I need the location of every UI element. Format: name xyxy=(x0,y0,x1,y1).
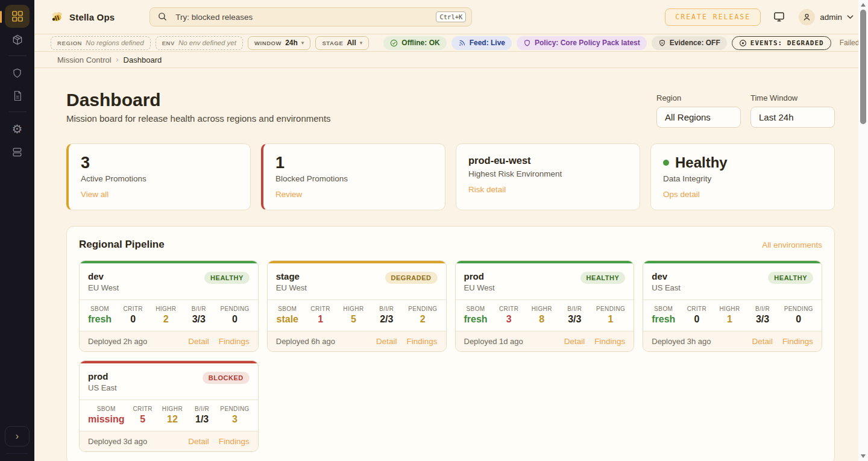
app-area: Stella Ops Ctrl+K CREATE RELEASE xyxy=(34,0,868,461)
findings-link[interactable]: Findings xyxy=(406,337,437,346)
global-search: Ctrl+K xyxy=(149,7,472,27)
detail-link[interactable]: Detail xyxy=(376,337,397,346)
user-name: admin xyxy=(820,13,842,22)
regional-pipeline-panel: Regional Pipeline All environments dev E… xyxy=(66,226,835,461)
sidebar-bottom-divider xyxy=(6,453,28,454)
time-window-select-label: Time Window xyxy=(750,93,835,102)
review-link[interactable]: Review xyxy=(275,189,302,200)
metric-value: 2 xyxy=(420,314,426,325)
stage-filter-chip[interactable]: STAGE All ▾ xyxy=(315,36,369,50)
status-badge: HEALTHY xyxy=(768,272,813,284)
context-bar: REGION No regions defined ENV No env def… xyxy=(34,34,868,52)
user-menu[interactable]: admin xyxy=(799,9,854,25)
scroll-down-arrow[interactable] xyxy=(861,454,866,458)
breadcrumb-parent[interactable]: Mission Control xyxy=(57,55,112,64)
stat-value: 3 xyxy=(81,154,238,172)
console-button[interactable] xyxy=(773,11,785,23)
findings-link[interactable]: Findings xyxy=(594,337,625,346)
breadcrumb-current: Dashboard xyxy=(124,55,162,64)
pipeline-card-prod-us-east: prod US East BLOCKED SBOMmissing CRITR5 … xyxy=(79,360,259,452)
metric-value: 0 xyxy=(694,314,699,325)
env-region: EU West xyxy=(276,283,307,293)
detail-link[interactable]: Detail xyxy=(188,337,209,346)
scroll-up-arrow[interactable] xyxy=(861,3,866,7)
check-circle-icon xyxy=(390,39,398,47)
detail-link[interactable]: Detail xyxy=(188,437,209,446)
brand[interactable]: Stella Ops xyxy=(51,11,115,23)
metric-value: 1 xyxy=(318,314,323,325)
env-name: stage xyxy=(276,271,307,282)
window-filter-chip[interactable]: WINDOW 24h ▾ xyxy=(248,36,311,50)
all-environments-link[interactable]: All environments xyxy=(762,240,822,249)
findings-link[interactable]: Findings xyxy=(219,337,250,346)
metric-value: missing xyxy=(88,414,124,425)
env-name: prod xyxy=(88,371,117,382)
metric-value: fresh xyxy=(88,314,112,325)
env-name: dev xyxy=(88,271,119,282)
time-window-select[interactable]: Last 24h xyxy=(750,107,835,128)
stat-title: prod-eu-west xyxy=(468,154,627,167)
document-icon xyxy=(12,90,23,101)
view-all-link[interactable]: View all xyxy=(81,189,108,200)
detail-link[interactable]: Detail xyxy=(752,337,773,346)
page-title: Dashboard xyxy=(66,89,331,111)
findings-link[interactable]: Findings xyxy=(219,437,250,446)
pipeline-card-stage-eu-west: stage EU West DEGRADED SBOMstale CRITR1 … xyxy=(267,260,447,352)
page-subtitle: Mission board for release health across … xyxy=(66,111,331,126)
rss-icon xyxy=(458,39,466,47)
keyboard-shortcut-badge: Ctrl+K xyxy=(436,11,466,22)
shield-off-icon xyxy=(658,39,666,47)
chevron-down-icon: ▾ xyxy=(301,40,304,46)
detail-link[interactable]: Detail xyxy=(564,337,585,346)
sidebar-item-security[interactable] xyxy=(5,62,30,84)
chevron-down-icon xyxy=(847,14,854,19)
region-select[interactable]: All Regions xyxy=(656,107,741,128)
top-bar: Stella Ops Ctrl+K CREATE RELEASE xyxy=(34,0,868,34)
stat-card-highest-risk-env: prod-eu-west Highest Risk Environment Ri… xyxy=(456,143,640,210)
feed-status-pill[interactable]: Feed: Live xyxy=(451,36,512,50)
shield-icon xyxy=(11,67,23,79)
sidebar-divider xyxy=(8,55,27,56)
evidence-status-pill[interactable]: Evidence: OFF xyxy=(652,36,727,50)
metric-value: 8 xyxy=(539,314,544,325)
sidebar-item-dashboard[interactable] xyxy=(5,5,30,28)
sidebar-expand-button[interactable]: › xyxy=(5,426,30,447)
policy-status-pill[interactable]: Policy: Core Policy Pack latest xyxy=(517,36,647,50)
ops-detail-link[interactable]: Ops detail xyxy=(663,189,700,200)
metric-value: 5 xyxy=(351,314,356,325)
breadcrumb: Mission Control › Dashboard xyxy=(34,52,868,68)
metric-value: 1/3 xyxy=(195,414,209,425)
stat-card-active-promotions: 3 Active Promotions View all xyxy=(66,143,251,210)
findings-link[interactable]: Findings xyxy=(782,337,813,346)
env-filter-chip[interactable]: ENV No env defined yet xyxy=(156,36,243,50)
record-circle-icon xyxy=(739,39,747,47)
main-content: Dashboard Mission board for release heal… xyxy=(34,68,868,461)
chevron-right-icon: › xyxy=(116,55,119,64)
sidebar-item-settings[interactable]: ⚙ xyxy=(5,118,30,140)
risk-detail-link[interactable]: Risk detail xyxy=(468,184,506,195)
metric-value: 3/3 xyxy=(756,314,769,325)
bee-logo-icon xyxy=(51,11,64,23)
metric-value: 0 xyxy=(796,314,801,325)
status-badge: HEALTHY xyxy=(580,272,626,284)
stat-cards-row: 3 Active Promotions View all 1 Blocked P… xyxy=(66,143,835,210)
stat-label: Active Promotions xyxy=(81,174,238,184)
metric-value: 12 xyxy=(167,414,178,425)
pipeline-card-dev-eu-west: dev EU West HEALTHY SBOMfresh CRITR0 HIG… xyxy=(79,260,259,352)
dashboard-grid-icon xyxy=(11,10,24,22)
vertical-scrollbar[interactable] xyxy=(858,0,868,461)
sidebar-item-documents[interactable] xyxy=(5,85,30,107)
deployed-text: Deployed 2h ago xyxy=(88,337,147,346)
region-filter-chip[interactable]: REGION No regions defined xyxy=(51,36,151,50)
sidebar-item-infrastructure[interactable] xyxy=(5,141,30,163)
env-region: EU West xyxy=(88,283,119,293)
search-input[interactable] xyxy=(149,7,472,27)
search-icon xyxy=(157,11,168,22)
avatar xyxy=(799,9,815,25)
events-status-pill[interactable]: EVENTS: DEGRADED xyxy=(732,36,831,50)
sidebar-item-packages[interactable] xyxy=(5,29,30,51)
scrollbar-thumb[interactable] xyxy=(860,10,866,124)
create-release-button[interactable]: CREATE RELEASE xyxy=(665,8,761,26)
metric-value: 0 xyxy=(130,314,136,325)
offline-status-pill[interactable]: Offline: OK xyxy=(383,36,446,50)
